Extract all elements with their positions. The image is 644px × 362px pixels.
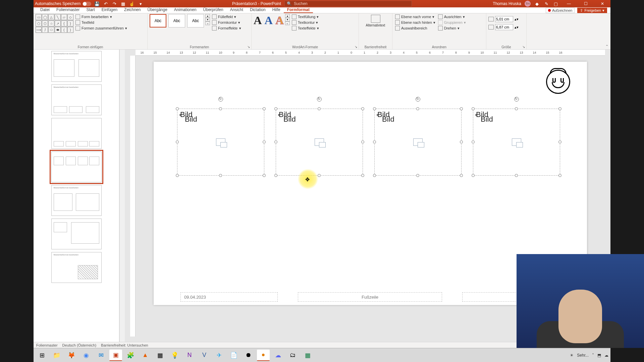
- autosave-toggle[interactable]: Automatisches Speichern: [35, 1, 91, 6]
- tab-zeichnen[interactable]: Zeichnen: [121, 7, 144, 13]
- shape-outline-button[interactable]: Formkontur ▾: [211, 20, 242, 25]
- vlc-icon[interactable]: ▲: [139, 350, 152, 361]
- minimize-button[interactable]: —: [562, 1, 576, 7]
- width-field[interactable]: [495, 24, 513, 30]
- record-button[interactable]: Aufzeichnen: [546, 8, 575, 13]
- shape-effects-button[interactable]: Formeffekte ▾: [211, 25, 242, 31]
- thumbnail-layout[interactable]: Mastertitelformat bearbeiten: [51, 84, 102, 115]
- picture-placeholder[interactable]: BildBild: [177, 109, 264, 176]
- share-button[interactable]: ⇪Freigeben▾: [577, 8, 607, 13]
- weather-text[interactable]: Sehr...: [577, 353, 589, 358]
- shape-fill-button[interactable]: Fülleffekt ▾: [211, 14, 242, 19]
- tab-ansicht[interactable]: Ansicht: [227, 7, 247, 13]
- thumbnail-layout[interactable]: Mastertitelformat bearbeiten: [51, 51, 102, 82]
- bring-forward-button[interactable]: Ebene nach vorne ▾: [394, 14, 436, 19]
- tray-app-icon[interactable]: ⬒: [597, 353, 601, 358]
- tray-app-icon[interactable]: ☁: [604, 353, 608, 358]
- present-icon[interactable]: ▦: [120, 1, 126, 7]
- taskbar: ⊞ 📁 🦊 ◉ ✉ ▣ 🧩 ▲ ▦ 💡 N V ✈ 📄 ⏺ ● ☁ 🗂 ▦ ☀ …: [34, 348, 610, 362]
- collapse-ribbon-icon[interactable]: ⌃: [605, 44, 608, 49]
- telegram-icon[interactable]: ✈: [213, 350, 225, 361]
- alt-text-button[interactable]: Alternativtext: [365, 14, 387, 28]
- edit-shape-button[interactable]: Form bearbeiten ▾: [75, 14, 128, 19]
- qat-more-icon[interactable]: ▾: [138, 1, 144, 7]
- text-outline-button[interactable]: Textkontur ▾: [291, 20, 320, 25]
- merge-shapes-button[interactable]: Formen zusammenführen ▾: [75, 25, 128, 31]
- undo-icon[interactable]: ↶: [103, 1, 109, 7]
- window-icon[interactable]: ▢: [553, 1, 559, 7]
- slidenum-placeholder[interactable]: [462, 292, 523, 302]
- status-lang[interactable]: Deutsch (Österreich): [62, 343, 96, 347]
- obs-icon[interactable]: ⏺: [242, 350, 255, 361]
- app-icon[interactable]: ▦: [154, 350, 166, 361]
- tab-animationen[interactable]: Animationen: [171, 7, 200, 13]
- tab-uebergaenge[interactable]: Übergänge: [144, 7, 170, 13]
- discord-icon[interactable]: ☁: [272, 350, 284, 361]
- thumbnail-layout[interactable]: [51, 219, 102, 249]
- start-button[interactable]: ⊞: [36, 350, 48, 361]
- status-accessibility[interactable]: Barrierefreiheit: Untersuchen: [101, 343, 148, 347]
- footer-placeholder[interactable]: Fußzeile: [298, 292, 442, 302]
- thumbnail-layout[interactable]: Mastertitelformat bearbeiten: [51, 185, 102, 216]
- thumbnail-scrollbar[interactable]: [119, 50, 125, 342]
- tab-dictation[interactable]: Dictation: [247, 7, 269, 13]
- align-button[interactable]: Ausrichten ▾: [437, 14, 467, 19]
- rotate-handle[interactable]: [416, 97, 420, 102]
- status-mode[interactable]: Folienmaster: [36, 343, 58, 347]
- tab-folienmaster[interactable]: Folienmaster: [53, 7, 83, 13]
- thumbnail-layout[interactable]: Mastertitelformat bearbeiten: [51, 252, 102, 283]
- rotate-button[interactable]: Drehen ▾: [437, 25, 467, 31]
- text-fill-button[interactable]: Textfüllung ▾: [291, 14, 320, 19]
- search-input[interactable]: 🔍 Suchen: [284, 1, 412, 7]
- smiley-shape[interactable]: [546, 70, 570, 94]
- rotate-handle[interactable]: [514, 97, 519, 102]
- chrome-icon[interactable]: ◉: [80, 350, 93, 361]
- textbox-button[interactable]: Textfeld: [75, 20, 128, 25]
- onenote-icon[interactable]: N: [183, 350, 196, 361]
- date-placeholder[interactable]: 09.04.2023: [180, 292, 278, 302]
- user-name[interactable]: Thomas Hruska: [493, 1, 521, 6]
- save-icon[interactable]: 💾: [94, 1, 100, 7]
- shape-style-gallery[interactable]: Abc Abc Abc: [150, 14, 204, 27]
- excel-icon[interactable]: ▦: [301, 350, 314, 361]
- pen-icon[interactable]: ✎: [543, 1, 549, 7]
- shapes-gallery[interactable]: ▭◯△╲▱◇ ⬠⬡☆↗{} ⟶⤴⬭⬬(): [36, 14, 73, 33]
- text-effects-button[interactable]: Texteffekte ▾: [291, 25, 320, 31]
- weather-icon[interactable]: ☀: [570, 353, 574, 358]
- maximize-button[interactable]: ☐: [579, 1, 592, 7]
- send-backward-button[interactable]: Ebene nach hinten ▾: [394, 20, 436, 25]
- powerpoint-icon[interactable]: ▣: [109, 350, 122, 361]
- picture-placeholder[interactable]: BildBild: [276, 109, 363, 176]
- wordart-gallery[interactable]: A A A: [254, 14, 284, 27]
- visio-icon[interactable]: V: [198, 350, 211, 361]
- tab-ueberpruefen[interactable]: Überprüfen: [200, 7, 227, 13]
- app-icon[interactable]: 🧩: [124, 350, 137, 361]
- tray-chevron-icon[interactable]: ˄: [592, 353, 594, 358]
- picture-placeholder[interactable]: BildBild: [374, 109, 462, 176]
- tab-datei[interactable]: Datei: [37, 7, 53, 13]
- tab-formformat[interactable]: Formformat: [284, 7, 313, 13]
- selection-pane-button[interactable]: Auswahlbereich: [394, 25, 436, 31]
- picture-placeholder[interactable]: BildBild: [473, 109, 560, 176]
- close-button[interactable]: ✕: [596, 1, 609, 7]
- height-field[interactable]: [495, 16, 513, 22]
- redo-icon[interactable]: ↷: [111, 1, 117, 7]
- recording-app-icon[interactable]: ●: [257, 350, 270, 361]
- app-icon[interactable]: 📄: [227, 350, 240, 361]
- thumbnail-layout-selected[interactable]: [51, 152, 102, 182]
- avatar[interactable]: TH: [525, 1, 531, 7]
- touch-icon[interactable]: ☝: [129, 1, 135, 7]
- app-icon[interactable]: 💡: [168, 350, 181, 361]
- app-icon[interactable]: 🗂: [286, 350, 299, 361]
- diamond-icon[interactable]: ◆: [534, 1, 540, 7]
- thumbnail-layout[interactable]: [51, 118, 102, 149]
- tab-start[interactable]: Start: [83, 7, 98, 13]
- explorer-icon[interactable]: 📁: [50, 350, 63, 361]
- firefox-icon[interactable]: 🦊: [65, 350, 78, 361]
- rotate-handle[interactable]: [218, 97, 223, 102]
- tab-einfuegen[interactable]: Einfügen: [98, 7, 121, 13]
- slide-thumbnails[interactable]: Mastertitelformat bearbeiten Mastertitel…: [34, 50, 119, 342]
- rotate-handle[interactable]: [317, 97, 322, 102]
- tab-hilfe[interactable]: Hilfe: [269, 7, 284, 13]
- outlook-icon[interactable]: ✉: [95, 350, 107, 361]
